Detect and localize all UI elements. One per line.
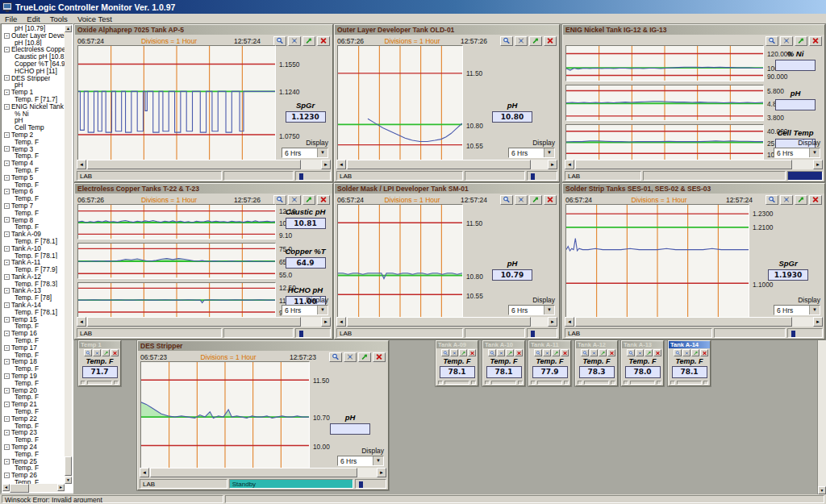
tree-item[interactable]: Temp. F [2, 394, 65, 401]
tree-item[interactable]: pH [2, 81, 65, 89]
tree-item[interactable]: -Temp 7 [2, 202, 65, 210]
chart-tools-button[interactable] [515, 36, 528, 46]
display-dropdown[interactable]: 6 Hrs▼ [774, 148, 820, 158]
tree-item[interactable]: Temp. F [78.1] [2, 238, 65, 245]
menu-voice-test[interactable]: Voice Test [73, 15, 117, 23]
chart-tools-button[interactable] [288, 195, 301, 205]
tree-item[interactable]: pH [10.8] [2, 40, 65, 47]
close-button[interactable] [544, 195, 557, 205]
chevron-down-icon[interactable]: ▼ [809, 148, 820, 157]
readout-value[interactable]: 64.9 [286, 257, 326, 269]
tree-expand-box[interactable]: - [4, 416, 10, 422]
tree-item[interactable]: -Temp 17 [2, 344, 65, 352]
tree-expand-box[interactable]: - [4, 217, 10, 223]
tree-item[interactable]: Temp. F [2, 323, 65, 330]
temp-value[interactable]: 77.9 [532, 366, 568, 378]
tree-item[interactable]: % Ni [2, 110, 65, 118]
display-dropdown[interactable]: 6 Hrs▼ [337, 456, 384, 466]
display-dropdown[interactable]: 6 Hrs▼ [508, 148, 555, 158]
scrollbar-thumb[interactable] [87, 317, 301, 327]
trend-pen-button[interactable] [102, 349, 110, 356]
tree-item[interactable]: -Electroless Copper Ta [2, 46, 65, 53]
tree-item[interactable]: Cell Temp [2, 124, 65, 131]
readout-value[interactable] [775, 99, 816, 110]
trend-pen-button[interactable] [302, 195, 315, 205]
trend-pen-button[interactable] [795, 36, 807, 46]
zoom-button[interactable] [488, 349, 496, 356]
temp-value[interactable]: 78.1 [486, 366, 522, 378]
scrollbar-track[interactable] [574, 160, 813, 169]
scroll-right-icon[interactable]: ► [321, 160, 331, 169]
zoom-button[interactable] [500, 195, 513, 205]
trend-pen-button[interactable] [645, 349, 653, 356]
tree-item[interactable]: -Tank A-11 [2, 259, 65, 266]
tree-item[interactable]: Temp. F [77.9] [2, 266, 65, 273]
tree-item[interactable]: Temp. F [78.1] [2, 309, 65, 316]
trend-pen-button[interactable] [795, 195, 807, 205]
scroll-left-icon[interactable]: ◄ [77, 317, 86, 327]
trend-pen-button[interactable] [302, 36, 315, 46]
zoom-button[interactable] [766, 195, 778, 205]
tree-expand-box[interactable]: - [4, 473, 10, 478]
mini-panel-titlebar[interactable]: Tank A-13 [622, 341, 663, 348]
tree-item[interactable]: -Temp 22 [2, 415, 65, 423]
zoom-button[interactable] [581, 349, 589, 356]
scrollbar-thumb[interactable] [150, 468, 357, 477]
tree-expand-box[interactable]: - [4, 146, 10, 152]
trend-pen-button[interactable] [552, 349, 560, 356]
trend-pen-button[interactable] [506, 349, 514, 356]
close-button[interactable] [317, 195, 330, 205]
scroll-right-icon[interactable]: ► [813, 160, 823, 169]
mini-panel-titlebar[interactable]: Tank A-12 [576, 341, 617, 348]
tree-item[interactable]: -Temp 6 [2, 188, 65, 195]
scrollbar-thumb[interactable] [347, 317, 531, 327]
close-button[interactable] [468, 349, 476, 356]
tree-item[interactable]: -Tank A-12 [2, 273, 65, 281]
panel-titlebar[interactable]: Solder Mask / LPI Developer Tank SM-01 [335, 184, 559, 194]
chevron-down-icon[interactable]: ▼ [809, 306, 820, 314]
chart-hscrollbar[interactable]: ◄► [336, 160, 557, 169]
chart-tools-button[interactable] [450, 349, 458, 356]
tree-vscrollbar[interactable]: ▲ ▼ [65, 25, 72, 484]
zoom-button[interactable] [273, 195, 286, 205]
zoom-button[interactable] [627, 349, 635, 356]
trend-pen-button[interactable] [529, 195, 542, 205]
close-button[interactable] [373, 352, 386, 362]
scrollbar-thumb[interactable] [87, 160, 301, 169]
chart-hscrollbar[interactable]: ◄► [565, 317, 823, 327]
scroll-left-icon[interactable]: ◄ [336, 317, 346, 327]
zoom-button[interactable] [273, 36, 286, 46]
trend-pen-button[interactable] [459, 349, 467, 356]
readout-value[interactable] [775, 60, 816, 71]
tree-item[interactable]: -Temp 24 [2, 444, 65, 451]
tree-item[interactable]: -Temp 4 [2, 160, 65, 167]
tree-item[interactable]: -Temp 19 [2, 373, 65, 380]
menu-file[interactable]: File [0, 15, 22, 23]
chevron-down-icon[interactable]: ▼ [373, 456, 383, 465]
chart-hscrollbar[interactable]: ◄► [565, 160, 823, 169]
tree-expand-box[interactable]: - [4, 274, 10, 280]
menu-tools[interactable]: Tools [45, 15, 73, 23]
close-button[interactable] [607, 349, 615, 356]
trend-pen-button[interactable] [358, 352, 371, 362]
chart-tools-button[interactable] [590, 349, 598, 356]
tree-item[interactable]: Copper %T [64.9] [2, 60, 65, 68]
tree-item[interactable]: -Temp 5 [2, 174, 65, 181]
mini-panel-titlebar[interactable]: Tank A-10 [483, 341, 524, 348]
scrollbar-track[interactable] [574, 317, 813, 327]
tree-expand-box[interactable]: - [4, 90, 10, 95]
tree-item[interactable]: -Temp 15 [2, 316, 65, 323]
chart-tools-button[interactable] [543, 349, 551, 356]
chart-tools-button[interactable] [288, 36, 301, 46]
tree-expand-box[interactable]: - [4, 317, 10, 323]
close-button[interactable] [809, 36, 822, 46]
scrollbar-track[interactable] [86, 160, 321, 169]
tree-hscroll-thumb[interactable] [10, 484, 29, 493]
scroll-left-icon[interactable]: ◄ [565, 317, 574, 327]
readout-value[interactable]: 10.81 [286, 218, 326, 229]
tree-item[interactable]: -Temp 8 [2, 217, 65, 224]
tree-item[interactable]: Temp. F [2, 464, 65, 472]
tree-item[interactable]: Temp. F [2, 451, 65, 458]
scroll-right-icon[interactable]: ► [377, 468, 386, 477]
tree-item[interactable]: Temp. F [2, 365, 65, 373]
